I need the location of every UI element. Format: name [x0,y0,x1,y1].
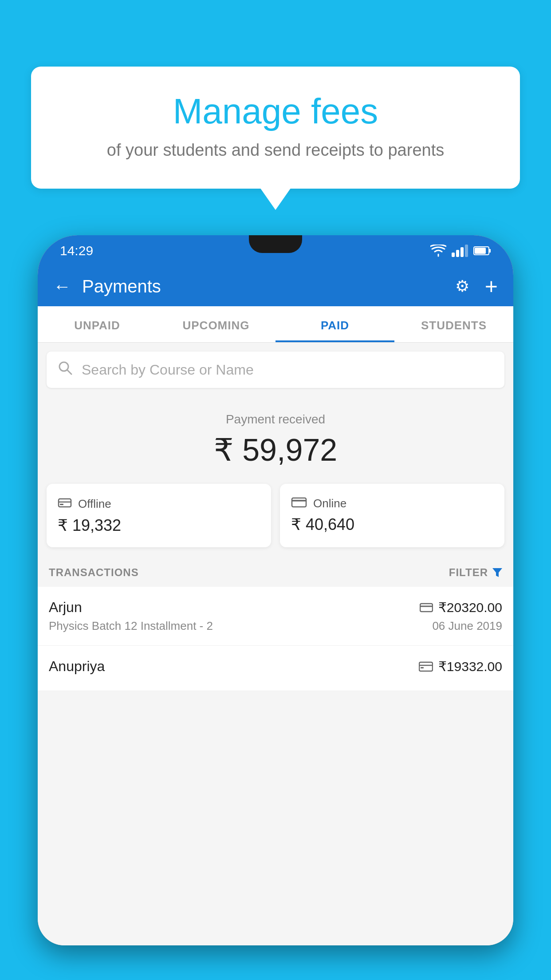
settings-icon[interactable]: ⚙ [455,277,469,296]
status-bar: 14:29 [38,235,513,266]
speech-bubble: Manage fees of your students and send re… [31,67,520,189]
offline-card-header: Offline [58,496,260,512]
phone-frame: 14:29 [38,235,513,945]
transaction-arjun-date: 06 June 2019 [432,619,502,633]
filter-icon [492,568,502,577]
app-header: ← Payments ⚙ + [38,266,513,306]
transaction-arjun-name: Arjun [49,599,82,616]
screen-inner: 14:29 [38,235,513,945]
transaction-anupriya-row: Anupriya ₹19332.00 [49,658,502,675]
tab-paid[interactable]: PAID [276,306,394,342]
svg-rect-1 [489,249,491,253]
svg-rect-5 [59,499,71,507]
bubble-title: Manage fees [58,91,493,132]
filter-button[interactable]: FILTER [449,566,502,579]
offline-icon [58,496,72,512]
transactions-header: TRANSACTIONS FILTER [38,558,513,587]
card-payment-icon [420,602,433,613]
search-icon [58,360,73,379]
transactions-label: TRANSACTIONS [49,566,139,579]
tab-bar: UNPAID UPCOMING PAID STUDENTS [38,306,513,343]
status-time: 14:29 [60,243,93,258]
phone-container: 14:29 [38,235,513,980]
tab-students[interactable]: STUDENTS [394,306,513,342]
payment-received-amount: ₹ 59,972 [38,432,513,468]
bubble-subtitle: of your students and send receipts to pa… [58,141,493,160]
transaction-arjun[interactable]: Arjun ₹20320.00 Physics Batch 12 Install… [38,587,513,646]
transaction-anupriya[interactable]: Anupriya ₹19332.00 [38,646,513,691]
search-bar[interactable]: Search by Course or Name [47,352,504,388]
back-button[interactable]: ← [53,277,71,296]
status-icons [430,245,491,257]
svg-marker-10 [492,568,502,577]
cards-row: Offline ₹ 19,332 [38,479,513,558]
online-card: Online ₹ 40,640 [280,484,504,547]
transaction-arjun-amount: ₹20320.00 [438,600,502,615]
svg-rect-8 [292,498,306,507]
offline-amount: ₹ 19,332 [58,516,260,535]
svg-rect-2 [475,248,486,254]
speech-bubble-container: Manage fees of your students and send re… [31,67,520,189]
notch [249,235,302,253]
online-card-header: Online [291,496,493,511]
svg-rect-7 [60,504,63,505]
transaction-arjun-course: Physics Batch 12 Installment - 2 [49,619,213,633]
transaction-arjun-sub: Physics Batch 12 Installment - 2 06 June… [49,619,502,633]
header-title: Payments [82,277,455,296]
payment-received-section: Payment received ₹ 59,972 [38,397,513,479]
online-label: Online [313,497,346,510]
transaction-arjun-row: Arjun ₹20320.00 [49,599,502,616]
online-icon [291,496,307,511]
transaction-anupriya-amount-wrap: ₹19332.00 [419,659,502,674]
transaction-anupriya-name: Anupriya [49,658,105,675]
svg-rect-13 [419,662,433,671]
payment-received-label: Payment received [38,412,513,427]
offline-card: Offline ₹ 19,332 [47,484,271,547]
cash-payment-icon [419,661,433,672]
svg-rect-11 [420,604,433,612]
header-icons: ⚙ + [455,273,498,299]
transaction-anupriya-amount: ₹19332.00 [438,659,502,674]
svg-rect-15 [421,667,424,668]
filter-text: FILTER [449,566,488,579]
online-amount: ₹ 40,640 [291,515,493,534]
battery-icon [473,246,491,256]
transaction-arjun-amount-wrap: ₹20320.00 [420,600,502,615]
search-placeholder: Search by Course or Name [82,362,254,378]
add-icon[interactable]: + [485,273,498,299]
tab-upcoming[interactable]: UPCOMING [157,306,276,342]
svg-line-4 [67,370,71,374]
wifi-icon [430,245,446,257]
screen-content: Search by Course or Name Payment receive… [38,343,513,945]
phone-screen: 14:29 [38,235,513,945]
offline-label: Offline [78,497,111,511]
tab-unpaid[interactable]: UNPAID [38,306,157,342]
signal-icon [452,245,468,257]
